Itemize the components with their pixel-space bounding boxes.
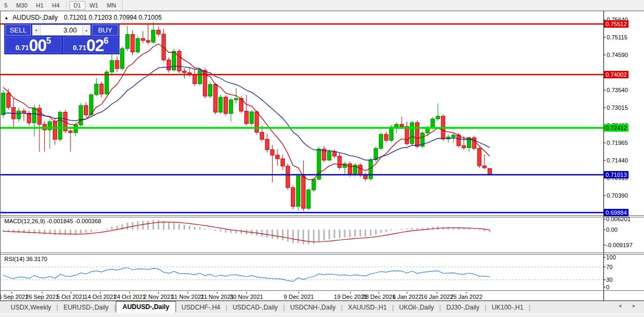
timeframe-button-w1[interactable]: W1 xyxy=(85,1,103,10)
chart-ohlc-values: 0.71201 0.71203 0.70994 0.71005 xyxy=(64,14,162,21)
toolbar-separator xyxy=(122,1,123,10)
tab-scroll-left-icon[interactable]: ◄ xyxy=(617,303,622,308)
chart-symbol-period: AUDUSD-,Daily xyxy=(13,14,58,21)
buy-button[interactable]: BUY xyxy=(92,25,118,36)
symbol-tabs: USDX,Weekly|EURUSD-,Daily|AUDUSD-,DailyU… xyxy=(0,301,530,313)
timeframe-button-h1[interactable]: H1 xyxy=(32,1,48,10)
volume-input[interactable]: 3.00 xyxy=(41,25,82,35)
sell-button[interactable]: SELL xyxy=(5,25,31,36)
tab-usdcnh-daily[interactable]: USDCNH-,Daily xyxy=(285,302,341,313)
timeframe-button-5[interactable]: 5 xyxy=(0,1,12,10)
buy-price-display[interactable]: 0.71026 xyxy=(63,37,119,53)
timeframe-button-d1[interactable]: D1 xyxy=(69,1,85,10)
timeframe-button-m30[interactable]: M30 xyxy=(12,1,31,10)
tab-usdcad-daily[interactable]: USDCAD-,Daily xyxy=(227,302,283,313)
tab-ukoil-daily[interactable]: UKOil-,Daily xyxy=(394,302,439,313)
timeframe-toolbar: 5M30H1H4D1W1MN xyxy=(0,0,644,11)
volume-increase-button[interactable]: ▲ xyxy=(82,25,90,35)
symbol-tab-bar: USDX,Weekly|EURUSD-,Daily|AUDUSD-,DailyU… xyxy=(0,300,644,313)
chevron-up-icon: ▲ xyxy=(85,29,88,32)
one-click-trading-panel: SELL ▼ 3.00 ▲ BUY 0.71005 0.71026 xyxy=(4,23,120,54)
tab-usdchf-h4[interactable]: USDCHF-,H4 xyxy=(176,302,226,313)
timeframe-button-mn[interactable]: MN xyxy=(102,1,120,10)
tab-eurusd-daily[interactable]: EURUSD-,Daily xyxy=(58,302,114,313)
collapse-panel-arrow-icon[interactable]: ▲ xyxy=(4,15,9,20)
tab-audusd-daily[interactable]: AUDUSD-,Daily xyxy=(116,301,176,313)
timeframe-button-h4[interactable]: H4 xyxy=(48,1,64,10)
toolbar-separator xyxy=(66,1,67,10)
sell-price-display[interactable]: 0.71005 xyxy=(5,37,61,53)
tab-usdx-weekly[interactable]: USDX,Weekly xyxy=(5,302,57,313)
trading-platform-window: 5M30H1H4D1W1MN 0.756400.751150.745900.73… xyxy=(0,0,644,317)
sell-price-sup: 5 xyxy=(46,37,51,45)
tab-scroll-right-icon[interactable]: ► xyxy=(632,303,637,308)
sell-price-small: 0.71 xyxy=(15,44,29,52)
tab-dj30-daily[interactable]: DJ30-,Daily xyxy=(441,302,484,313)
tab-separator: | xyxy=(529,304,530,311)
tab-xauusd-h1[interactable]: XAUUSD-,H1 xyxy=(343,302,392,313)
chevron-down-icon: ▼ xyxy=(35,29,38,32)
rsi-indicator-label: RSI(14) 36.3170 xyxy=(4,256,47,262)
buy-price-sup: 6 xyxy=(104,37,108,45)
sell-price-big: 00 xyxy=(29,38,46,53)
buy-price-small: 0.71 xyxy=(73,44,86,52)
macd-indicator-label: MACD(12,26,9) -0.001845 -0.000368 xyxy=(4,218,101,224)
status-strip xyxy=(0,313,644,317)
tab-uk100-h1[interactable]: UK100-,H1 xyxy=(487,302,529,313)
volume-decrease-button[interactable]: ▼ xyxy=(33,25,41,35)
tab-scroll-arrows: ◄ ► xyxy=(617,303,637,308)
chart-title: ▲ AUDUSD-,Daily 0.71201 0.71203 0.70994 … xyxy=(4,14,162,21)
buy-price-big: 02 xyxy=(86,38,104,53)
volume-spinner: ▼ 3.00 ▲ xyxy=(32,25,91,36)
